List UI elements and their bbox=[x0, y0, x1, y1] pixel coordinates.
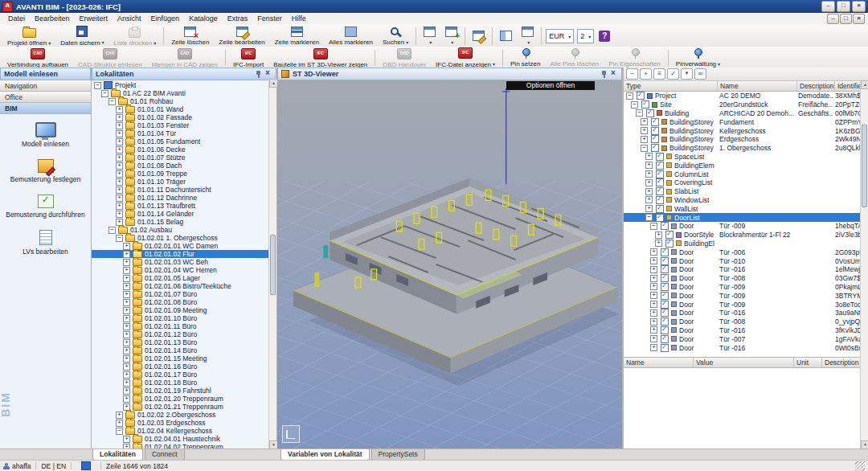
expander-icon[interactable] bbox=[123, 259, 130, 266]
expander-icon[interactable] bbox=[116, 186, 123, 194]
close-panel-icon[interactable] bbox=[611, 71, 618, 78]
menu-item[interactable]: Ansicht bbox=[113, 14, 146, 23]
expander-icon[interactable] bbox=[116, 178, 123, 186]
level-select[interactable]: 2 bbox=[577, 29, 594, 43]
scroll-thumb[interactable] bbox=[270, 235, 276, 296]
toolbar-button[interactable]: CAD-Struktur einlesen bbox=[73, 47, 147, 68]
locality-tree-item[interactable]: 01.02.01.15 Meeting bbox=[92, 354, 276, 362]
expander-icon[interactable] bbox=[626, 92, 633, 100]
toolbar-button[interactable]: Daten sichern bbox=[55, 25, 108, 47]
checkbox[interactable] bbox=[651, 144, 659, 152]
ifc-tree-row[interactable]: Door Tür -006 2G093pfPAG0ecznsvUYE bbox=[624, 248, 868, 256]
locality-tree-item[interactable]: 01.02.01.16 Büro bbox=[92, 362, 276, 371]
ifc-tree-row[interactable]: DoorStyle Blockrahmentür 1-Fl 22 2iV3le3… bbox=[624, 231, 868, 240]
locality-tree-item[interactable]: 01.01.01 Wand bbox=[92, 105, 276, 113]
locality-tree-item[interactable]: 01.01.03 Fenster bbox=[92, 121, 276, 129]
columns-button[interactable] bbox=[495, 25, 517, 47]
localities-scrollbar[interactable] bbox=[268, 79, 276, 449]
menu-item[interactable]: Erweitert bbox=[75, 14, 113, 23]
expander-icon[interactable] bbox=[116, 122, 123, 129]
expander-icon[interactable] bbox=[123, 379, 130, 387]
expander-icon[interactable] bbox=[650, 326, 657, 334]
ifc-tree-row[interactable]: Project AC 20 DEMO Demodate... 38XMh$LRz… bbox=[624, 92, 868, 100]
checkbox[interactable] bbox=[665, 240, 674, 248]
locality-tree-item[interactable]: 01.01.10 Träger bbox=[92, 178, 276, 186]
locality-tree-item[interactable]: 01.01.13 Traufbrett bbox=[92, 202, 276, 210]
toolbar-button[interactable]: Zeile löschen bbox=[166, 25, 214, 47]
toolbar-button[interactable]: Bauteile im ST 3D-Viewer zeigen bbox=[268, 47, 372, 68]
expander-icon[interactable] bbox=[123, 363, 130, 371]
checkbox[interactable] bbox=[661, 317, 669, 326]
window-split-button[interactable] bbox=[517, 25, 538, 47]
maximize-icon[interactable] bbox=[837, 1, 850, 12]
locality-tree-item[interactable]: 01.01.06 Decke bbox=[92, 145, 276, 154]
menu-item[interactable]: Extras bbox=[223, 14, 253, 23]
sidebar-group-button[interactable]: Office bbox=[0, 92, 91, 103]
expander-icon[interactable] bbox=[116, 138, 123, 145]
ifc-tree-row[interactable]: Door Tür -007 1gFAVka1K63hE_I7Snzc bbox=[624, 334, 868, 343]
expander-icon[interactable] bbox=[116, 146, 123, 154]
expander-icon[interactable] bbox=[116, 106, 123, 113]
expander-icon[interactable] bbox=[123, 315, 130, 322]
ifc-tree-row[interactable]: BuildingStorey Kellergeschoss 1K6zBGpTwG… bbox=[624, 126, 868, 135]
ifc-tree-row[interactable]: WallList bbox=[624, 204, 868, 213]
locality-tree-item[interactable]: 01.02.04 Kellergeschoss bbox=[92, 427, 276, 435]
minimize-icon[interactable] bbox=[821, 1, 835, 12]
menu-item[interactable]: Kataloge bbox=[184, 14, 223, 23]
locality-tree-item[interactable]: 01.02.01.04 WC Herren bbox=[92, 266, 276, 274]
locality-tree-item[interactable]: 01.02.01.18 Büro bbox=[92, 379, 276, 387]
ifc-tree-row[interactable]: Door Tür -010 0VosUm7PE3Gxrg74KjUF bbox=[624, 256, 868, 265]
ifc-tree-row[interactable]: Door Tür -009 0PkajmLAmQHPxAogo9 bbox=[624, 283, 868, 292]
locality-tree-item[interactable]: 01.01.09 Treppe bbox=[92, 170, 276, 178]
expander-icon[interactable] bbox=[650, 283, 657, 290]
expander-icon[interactable] bbox=[123, 251, 130, 258]
expander-icon[interactable] bbox=[650, 309, 657, 317]
expander-icon[interactable] bbox=[636, 109, 643, 117]
checkbox[interactable] bbox=[661, 257, 669, 265]
locality-tree-item[interactable]: 01.02.01.09 Meeting bbox=[92, 306, 276, 314]
expander-icon[interactable] bbox=[116, 162, 123, 170]
expander-icon[interactable] bbox=[645, 196, 653, 203]
ifc-tree-row[interactable]: Building ARCHICAD 20 Demoh... Geschäfts.… bbox=[624, 109, 868, 118]
expander-icon[interactable] bbox=[108, 227, 116, 234]
bottom-tab[interactable]: Variablen von Lokalität bbox=[280, 449, 370, 461]
column-header[interactable]: Description bbox=[797, 81, 835, 91]
expander-icon[interactable] bbox=[650, 266, 657, 273]
ifc-tree-row[interactable]: Door Tür -016 3fKvlkJDEpDfN_3UWn5 bbox=[624, 326, 868, 335]
ifc-tree-row[interactable]: BuildingElementPr... bbox=[624, 161, 868, 170]
expander-icon[interactable] bbox=[123, 331, 130, 338]
toolbar-button[interactable]: Pin setzen bbox=[506, 47, 545, 68]
expander-icon[interactable] bbox=[116, 130, 123, 137]
locality-tree-item[interactable]: 01.02.01.12 Büro bbox=[92, 330, 276, 338]
expander-icon[interactable] bbox=[116, 114, 123, 121]
help-icon[interactable] bbox=[599, 31, 610, 42]
locality-tree-item[interactable]: 01.01.14 Geländer bbox=[92, 210, 276, 218]
checkbox[interactable] bbox=[651, 118, 659, 126]
mdi-close-icon[interactable] bbox=[853, 14, 865, 24]
checkbox[interactable] bbox=[661, 309, 669, 317]
toolbar-button[interactable]: DBD Handover bbox=[378, 47, 431, 68]
checkbox[interactable] bbox=[641, 100, 649, 109]
checkbox[interactable] bbox=[661, 248, 669, 256]
expander-icon[interactable] bbox=[123, 283, 130, 290]
sidebar-action[interactable]: Modell einlesen bbox=[0, 122, 91, 148]
locality-tree-item[interactable]: 01.02.01.02 Flur bbox=[92, 250, 276, 258]
3d-canvas[interactable]: Optionen öffnen bbox=[277, 80, 622, 449]
locality-tree-item[interactable]: 01.01.05 Fundament bbox=[92, 137, 276, 145]
checkbox[interactable] bbox=[646, 109, 654, 117]
ifc-tree-row[interactable]: ColumnList bbox=[624, 170, 868, 178]
expander-icon[interactable] bbox=[650, 248, 657, 256]
expander-icon[interactable] bbox=[116, 195, 123, 202]
bottom-tab[interactable]: Lokalitäten bbox=[92, 449, 143, 461]
expander-icon[interactable] bbox=[101, 90, 108, 97]
ifc-tree-row[interactable]: Door Tür -016 1elMewjRwzGvytgRj4PE bbox=[624, 265, 868, 274]
locality-tree-item[interactable]: 01.02.01.13 Büro bbox=[92, 338, 276, 346]
ifc-tree-row[interactable]: SpaceList bbox=[624, 153, 868, 162]
checkbox[interactable] bbox=[661, 292, 669, 300]
locality-tree-item[interactable]: 01.01.07 Stütze bbox=[92, 154, 276, 162]
link-icon[interactable] bbox=[694, 68, 706, 80]
expander-icon[interactable] bbox=[641, 136, 648, 143]
expander-icon[interactable] bbox=[123, 243, 130, 250]
collapse-all-icon[interactable] bbox=[626, 68, 638, 80]
expander-icon[interactable] bbox=[123, 299, 130, 306]
